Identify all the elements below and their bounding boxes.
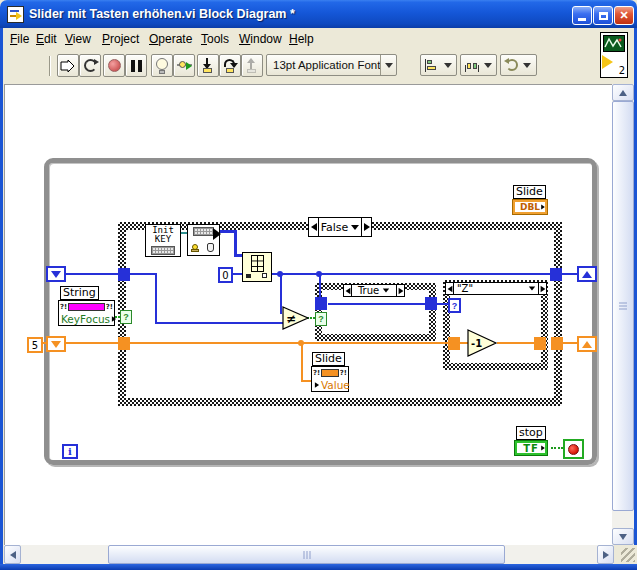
keyboard-acquire-node[interactable] [187,224,220,256]
menu-project[interactable]: Project [100,29,141,49]
horizontal-scroll-track[interactable] [21,545,597,564]
menu-view[interactable]: View [63,29,93,49]
shift-register-right-blue[interactable] [577,266,597,282]
menu-operate[interactable]: Operate [147,29,194,49]
maximize-button[interactable] [593,6,613,25]
wire-blue-through-true[interactable] [328,303,425,305]
case-next-arrow-icon[interactable] [361,218,371,236]
wire-blue-keyboard-down[interactable] [234,230,237,257]
case-selector-z[interactable]: "Z" [445,282,547,295]
tunnel-blue-true-right[interactable] [425,297,437,310]
run-continuously-button[interactable] [79,54,101,77]
tunnel-orange-right[interactable] [551,337,563,350]
menu-help[interactable]: Help [287,29,316,49]
not-equal-node[interactable]: ≠ [282,306,310,331]
block-diagram-canvas[interactable]: False True "Z" Init KEY [4,84,612,545]
pause-button[interactable] [125,54,147,77]
numeric-constant-zero[interactable]: 0 [218,267,233,283]
property-row-keyfocus[interactable]: KeyFocus [59,313,114,325]
tunnel-blue-left[interactable] [118,268,130,281]
wire-blue-left[interactable] [66,273,118,275]
property-row-value[interactable]: Value [312,379,348,391]
horizontal-scrollbar[interactable] [4,545,614,564]
scroll-right-button[interactable] [597,545,614,564]
scroll-up-button[interactable] [612,84,634,101]
window-resize-grip[interactable] [614,545,637,564]
vertical-scroll-thumb[interactable] [612,101,634,511]
tunnel-blue-right[interactable] [550,268,562,281]
wire-orange-right[interactable] [563,342,577,344]
slide-value-property-node[interactable]: ?! ?! Value [311,366,349,392]
shift-register-right-orange[interactable] [577,336,597,352]
wire-green-stop[interactable] [551,447,563,449]
horizontal-scroll-thumb[interactable] [108,545,505,564]
decrement-node[interactable]: -1 [467,329,498,357]
vertical-scroll-track[interactable] [612,101,634,528]
init-key-node[interactable]: Init KEY [145,224,181,257]
step-out-button[interactable] [241,54,263,77]
wire-orange-to-value[interactable] [301,344,303,382]
scroll-left-button[interactable] [4,545,21,564]
tunnel-orange-z-right[interactable] [534,337,546,350]
wire-orange-decrement-out[interactable] [497,342,538,344]
wire-blue-keyboard-in[interactable] [234,254,242,257]
wire-blue-right[interactable] [562,273,577,275]
tunnel-blue-true-left[interactable] [315,297,327,310]
case-selector-false[interactable]: False [308,217,372,237]
menu-window[interactable]: Window [237,29,284,49]
case-prev-arrow-icon[interactable] [309,218,319,236]
loop-condition-terminal[interactable] [563,439,584,459]
menu-edit[interactable]: Edit [34,29,59,49]
case-prev-arrow-icon[interactable] [446,283,454,294]
wire-blue-branch-down[interactable] [155,273,157,324]
scroll-down-button[interactable] [612,528,634,545]
wire-blue-main[interactable] [272,273,550,275]
menu-tools[interactable]: Tools [199,29,231,49]
case-selector-true[interactable]: True [343,284,405,297]
tunnel-selector-true[interactable]: ? [315,312,327,326]
distribute-objects-button[interactable] [460,54,497,76]
wire-junction-dot [316,271,322,277]
reorder-objects-button[interactable] [500,54,537,76]
font-selector[interactable]: 13pt Application Font [266,54,397,76]
init-key-line2: KEY [146,235,180,244]
string-keyfocus-property-node[interactable]: ?! ?! KeyFocus [58,300,115,326]
tunnel-selector-outer[interactable]: ? [120,310,132,324]
tunnel-orange-left[interactable] [118,337,130,350]
property-input-arrow-icon [315,382,319,388]
run-button[interactable] [57,54,79,77]
wire-orange-main[interactable] [130,342,448,344]
minimize-button[interactable] [572,6,592,25]
shift-register-left-blue[interactable] [46,266,66,282]
menu-file[interactable]: File [8,29,31,49]
retain-wire-values-button[interactable] [173,54,195,77]
wire-blue-to-zcase[interactable] [437,303,448,305]
case-next-arrow-icon[interactable] [396,285,404,296]
highlight-execution-button[interactable] [151,54,173,77]
numeric-constant-five[interactable]: 5 [27,337,43,353]
loop-iteration-terminal[interactable]: i [62,444,78,459]
case-next-arrow-icon[interactable] [538,283,546,294]
vertical-scrollbar[interactable] [612,84,634,545]
font-selector-dropdown[interactable] [380,55,396,75]
align-objects-button[interactable] [420,54,457,76]
wire-orange-left[interactable] [66,342,118,344]
wire-blue-branch-bottom[interactable] [155,322,283,324]
close-button[interactable]: ✕ [614,6,634,25]
titlebar[interactable]: Slider mit Tasten erhöhen.vi Block Diagr… [0,0,637,28]
shift-register-left-orange[interactable] [46,336,66,352]
vi-icon-button[interactable]: 2 [600,32,628,78]
case-prev-arrow-icon[interactable] [344,285,352,296]
index-array-node[interactable] [242,252,272,282]
tunnel-orange-z-left[interactable] [448,337,460,350]
abort-button[interactable] [103,54,125,77]
slide-dbl-terminal[interactable]: DBL [512,199,548,215]
case-selector-label: True [358,285,379,296]
step-over-button[interactable] [219,54,241,77]
step-into-button[interactable] [197,54,219,77]
wire-blue-tunnel-branch[interactable] [130,273,155,275]
wire-blue-zero[interactable] [233,273,242,275]
tunnel-selector-z[interactable]: ? [448,298,461,313]
stop-tf-terminal[interactable]: TF [514,440,548,456]
wire-orange-value-in[interactable] [301,380,311,382]
